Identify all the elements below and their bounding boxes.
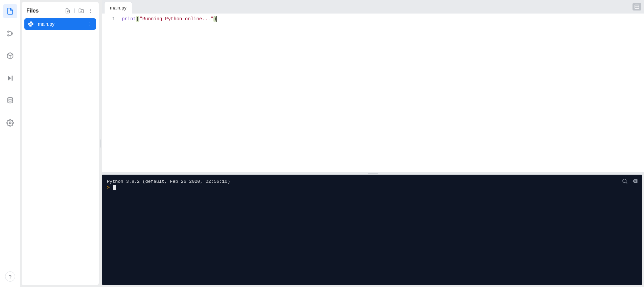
file-item-name: main.py: [38, 21, 87, 27]
files-panel-header: Files: [24, 5, 96, 18]
panel-splitter-horizontal[interactable]: [102, 172, 644, 175]
python-file-icon: [28, 21, 34, 27]
terminal-prompt: >: [107, 185, 110, 190]
rail-debugger-icon[interactable]: [3, 71, 17, 85]
code-token-paren-open: (: [136, 16, 139, 22]
code-token-string: "Running Python online...": [139, 16, 213, 22]
terminal[interactable]: Python 3.8.2 (default, Feb 26 2020, 02:5…: [102, 175, 642, 285]
terminal-search-icon[interactable]: [622, 178, 628, 184]
layout-toggle-icon[interactable]: [632, 3, 641, 10]
editor-gutter: 1: [102, 14, 118, 172]
svg-point-16: [90, 24, 90, 24]
code-token-builtin: print: [122, 16, 136, 22]
editor-cursor: [216, 16, 217, 22]
svg-point-7: [9, 122, 11, 124]
svg-point-12: [90, 9, 91, 9]
nav-rail: ?: [0, 0, 20, 287]
code-editor[interactable]: 1 print("Running Python online..."): [102, 14, 644, 172]
svg-rect-5: [12, 76, 13, 81]
svg-marker-4: [8, 76, 11, 81]
divider: [74, 8, 75, 13]
main-area: main.py 1 print("Running Python online..…: [102, 0, 644, 287]
rail-settings-icon[interactable]: [3, 116, 17, 130]
file-item[interactable]: main.py: [24, 18, 96, 30]
svg-point-14: [90, 12, 91, 13]
line-number: 1: [102, 16, 115, 22]
rail-packages-icon[interactable]: [3, 49, 17, 63]
files-panel: Files main.py: [22, 2, 99, 285]
rail-version-icon[interactable]: [3, 26, 17, 41]
terminal-clear-icon[interactable]: [632, 178, 638, 184]
new-file-icon[interactable]: [64, 7, 71, 14]
terminal-cursor: [113, 185, 116, 190]
terminal-banner: Python 3.8.2 (default, Feb 26 2020, 02:5…: [107, 179, 637, 185]
svg-point-15: [90, 22, 90, 23]
svg-point-13: [90, 10, 91, 11]
svg-point-6: [8, 97, 13, 100]
files-panel-menu-icon[interactable]: [87, 7, 94, 14]
editor-tab[interactable]: main.py: [104, 2, 132, 14]
svg-line-21: [626, 182, 627, 183]
editor-tab-bar: main.py: [102, 0, 644, 14]
rail-files-icon[interactable]: [3, 4, 17, 18]
rail-database-icon[interactable]: [3, 93, 17, 108]
file-item-menu-icon[interactable]: [87, 22, 93, 26]
svg-point-17: [90, 25, 90, 26]
new-folder-icon[interactable]: [78, 7, 85, 14]
editor-code-area[interactable]: print("Running Python online..."): [118, 14, 217, 172]
help-button[interactable]: ?: [5, 271, 15, 282]
files-panel-title: Files: [26, 8, 64, 14]
terminal-prompt-line[interactable]: >: [107, 185, 637, 191]
